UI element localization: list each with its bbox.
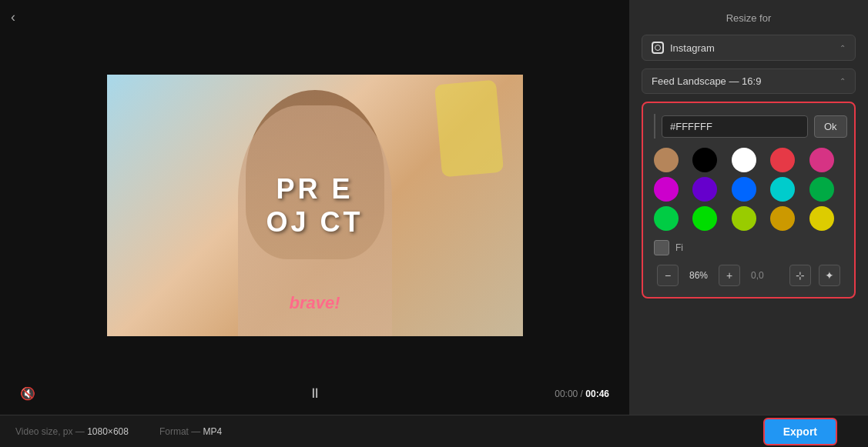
zoom-out-button[interactable]: − — [657, 265, 679, 286]
time-display: 00:00 / 00:46 — [555, 389, 609, 399]
video-frame: PR E OJ CT brave! — [107, 75, 523, 336]
platform-label: Instagram — [670, 42, 715, 54]
fill-label: Fi — [675, 242, 683, 253]
pink-swatch[interactable] — [809, 148, 834, 172]
format-dropdown-arrow: ⌃ — [840, 77, 846, 85]
video-size-status: Video size, px — 1080×608 — [15, 426, 129, 437]
green1-swatch[interactable] — [654, 206, 679, 231]
format-dropdown[interactable]: Feed Landscape — 16:9 ⌃ — [642, 68, 856, 94]
color-input-row: Ok — [654, 114, 843, 138]
ok-button[interactable]: Ok — [814, 115, 847, 138]
move-tool-button[interactable]: ⊹ — [789, 265, 811, 286]
video-panel: ‹ PR E OJ CT brave! 🔇 ⏸ — [0, 0, 629, 415]
hex-input[interactable] — [662, 115, 808, 138]
zoom-in-button[interactable]: + — [719, 265, 740, 286]
teal-swatch[interactable] — [809, 177, 834, 202]
controls-bar: 🔇 ⏸ 00:00 / 00:46 — [8, 380, 622, 407]
blue-swatch[interactable] — [732, 177, 756, 202]
fill-row: Fi — [654, 240, 843, 255]
green2-swatch[interactable] — [692, 206, 717, 231]
format-status: Format — MP4 — [159, 426, 222, 437]
skin-swatch[interactable] — [654, 148, 679, 172]
right-panel: Resize for Instagram ⌃ Feed Landscape — … — [629, 0, 868, 415]
color-swatches — [654, 148, 843, 231]
zoom-percent: 86% — [686, 270, 711, 281]
current-color-swatch[interactable] — [654, 114, 655, 138]
red-swatch[interactable] — [770, 148, 795, 172]
export-button[interactable]: Export — [763, 418, 837, 445]
cyan-swatch[interactable] — [770, 177, 795, 202]
lime-swatch[interactable] — [732, 206, 756, 231]
play-pause-button[interactable]: ⏸ — [308, 385, 322, 402]
paint-tool-button[interactable]: ✦ — [819, 265, 840, 286]
mute-button[interactable]: 🔇 — [20, 386, 35, 401]
instagram-icon — [652, 42, 664, 54]
yellow-shape — [434, 80, 503, 178]
magenta-swatch[interactable] — [654, 177, 679, 202]
status-bar: Video size, px — 1080×608 Format — MP4 E… — [0, 415, 868, 447]
purple-swatch[interactable] — [692, 177, 717, 202]
format-label: Feed Landscape — 16:9 — [652, 75, 761, 87]
resize-label: Resize for — [642, 12, 856, 24]
coordinates-display: 0,0 — [751, 270, 764, 281]
back-button[interactable]: ‹ — [11, 9, 15, 25]
white-swatch[interactable] — [732, 148, 756, 172]
color-picker-section: Ok Fi − 86% + 0,0 ⊹ ✦ — [642, 102, 856, 299]
video-container: PR E OJ CT brave! — [8, 31, 622, 380]
video-bottom-text: brave! — [289, 293, 340, 313]
platform-dropdown[interactable]: Instagram ⌃ — [642, 35, 856, 61]
yellow-swatch[interactable] — [809, 206, 834, 231]
video-background: PR E OJ CT brave! — [107, 75, 523, 336]
color-picker-toolbar: − 86% + 0,0 ⊹ ✦ — [654, 265, 843, 286]
fill-checkbox[interactable] — [654, 240, 669, 255]
platform-dropdown-arrow: ⌃ — [840, 44, 846, 52]
video-text-overlay: PR E OJ CT — [266, 172, 363, 239]
gold-swatch[interactable] — [770, 206, 795, 231]
black-swatch[interactable] — [692, 148, 717, 172]
